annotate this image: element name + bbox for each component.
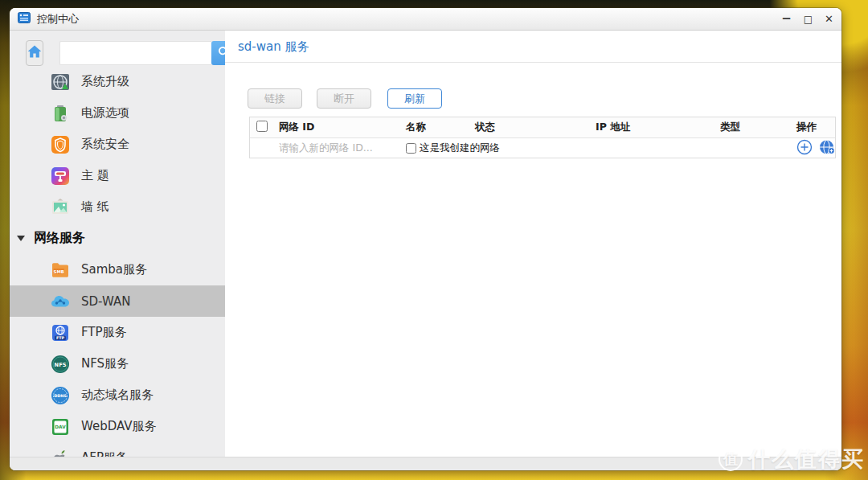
sidebar-item-theme[interactable]: 主 题 xyxy=(10,160,225,191)
sidebar-item-label: 动态域名服务 xyxy=(81,388,154,403)
sidebar-list: 系统升级 电源选项 系统安全 xyxy=(10,66,225,457)
sidebar-item-nfs[interactable]: NFS NFS服务 xyxy=(10,348,225,379)
sidebar-item-label: WebDAV服务 xyxy=(81,419,157,434)
sidebar-item-webdav[interactable]: DAV WebDAV服务 xyxy=(10,411,225,442)
sidebar-item-label: 墙 纸 xyxy=(81,199,109,215)
ftp-icon: FTP xyxy=(50,323,71,343)
select-all-checkbox[interactable] xyxy=(256,121,268,132)
col-ip: IP 地址 xyxy=(591,121,715,134)
control-center-app-icon xyxy=(18,11,31,27)
sidebar-item-label: AFP服务 xyxy=(81,450,128,457)
system-upgrade-icon xyxy=(50,72,71,92)
sidebar-item-afp[interactable]: AFP AFP服务 xyxy=(10,442,225,457)
afp-icon: AFP xyxy=(50,449,71,457)
sidebar-item-system-security[interactable]: 系统安全 xyxy=(10,129,225,160)
titlebar[interactable]: 控制中心 − □ ✕ xyxy=(10,8,841,31)
nfs-icon: NFS xyxy=(50,355,71,374)
home-icon xyxy=(27,43,43,63)
search-icon xyxy=(217,45,226,61)
chevron-down-icon xyxy=(17,236,25,241)
main-panel: sd-wan 服务 链接 断开 刷新 网络 ID 名称 状态 IP 地址 类型 … xyxy=(225,31,841,457)
maximize-button[interactable]: □ xyxy=(804,14,813,24)
svg-text:FTP: FTP xyxy=(56,335,65,339)
webdav-icon: DAV xyxy=(50,417,71,437)
sidebar-item-samba[interactable]: SMB Samba服务 xyxy=(10,254,225,285)
sidebar-item-label: 主 题 xyxy=(81,168,109,183)
sidebar-item-label: Samba服务 xyxy=(81,262,147,277)
join-network-globe-icon[interactable] xyxy=(819,139,836,158)
col-status: 状态 xyxy=(470,121,591,134)
ddns-icon: DDNS xyxy=(50,386,71,405)
my-network-checkbox-label: 这是我创建的网络 xyxy=(420,142,500,155)
toolbar: 链接 断开 刷新 xyxy=(248,88,841,109)
svg-text:NFS: NFS xyxy=(55,361,67,367)
svg-text:SMB: SMB xyxy=(54,269,64,273)
sidebar-item-power-options[interactable]: 电源选项 xyxy=(10,97,225,129)
theme-icon xyxy=(50,166,71,186)
refresh-button[interactable]: 刷新 xyxy=(387,88,442,109)
svg-text:DDNS: DDNS xyxy=(54,393,67,398)
sidebar-item-system-upgrade[interactable]: 系统升级 xyxy=(10,66,225,97)
window-statusbar xyxy=(10,457,841,470)
sidebar-section-network-services[interactable]: 网络服务 xyxy=(10,223,225,254)
divider xyxy=(225,62,841,63)
col-network-id: 网络 ID xyxy=(274,121,401,134)
my-network-checkbox[interactable] xyxy=(406,143,416,154)
table-header-row: 网络 ID 名称 状态 IP 地址 类型 操作 xyxy=(250,117,835,138)
minimize-button[interactable]: − xyxy=(781,13,792,25)
search-input[interactable] xyxy=(59,41,211,65)
samba-icon: SMB xyxy=(50,261,71,280)
network-id-input[interactable]: 请输入新的网络 ID... xyxy=(274,142,401,155)
sidebar-item-label: 电源选项 xyxy=(81,105,129,121)
close-button[interactable]: ✕ xyxy=(825,14,833,24)
sidebar-item-sdwan[interactable]: SD-WAN xyxy=(10,285,225,317)
col-actions: 操作 xyxy=(792,121,835,134)
add-network-icon[interactable] xyxy=(796,139,813,158)
search-button[interactable] xyxy=(211,41,225,65)
home-button[interactable] xyxy=(26,40,43,66)
sidebar-item-wallpaper[interactable]: 墙 纸 xyxy=(10,191,225,223)
system-security-icon xyxy=(50,135,71,154)
connect-button[interactable]: 链接 xyxy=(248,88,302,109)
disconnect-button[interactable]: 断开 xyxy=(317,88,371,109)
sidebar-section-label: 网络服务 xyxy=(34,230,85,247)
networks-table: 网络 ID 名称 状态 IP 地址 类型 操作 请输入新的网络 ID... 这是… xyxy=(249,117,836,158)
col-type: 类型 xyxy=(715,121,792,134)
svg-text:DAV: DAV xyxy=(55,425,66,429)
new-network-row: 请输入新的网络 ID... 这是我创建的网络 xyxy=(250,138,835,158)
sidebar-item-ftp[interactable]: FTP FTP服务 xyxy=(10,317,225,348)
sidebar: 系统升级 电源选项 系统安全 xyxy=(10,31,225,457)
sidebar-item-label: SD-WAN xyxy=(81,294,130,309)
power-options-icon xyxy=(50,104,71,123)
sidebar-item-ddns[interactable]: DDNS 动态域名服务 xyxy=(10,379,225,411)
control-center-window: 控制中心 − □ ✕ xyxy=(10,8,841,470)
page-title: sd-wan 服务 xyxy=(238,39,841,55)
col-name: 名称 xyxy=(401,121,470,134)
sdwan-cloud-icon xyxy=(50,292,71,311)
window-title: 控制中心 xyxy=(37,12,79,27)
sidebar-item-label: FTP服务 xyxy=(81,325,127,340)
sidebar-item-label: 系统安全 xyxy=(81,137,129,152)
wallpaper-icon xyxy=(50,198,71,217)
sidebar-item-label: NFS服务 xyxy=(81,356,129,371)
sidebar-item-label: 系统升级 xyxy=(81,74,129,89)
